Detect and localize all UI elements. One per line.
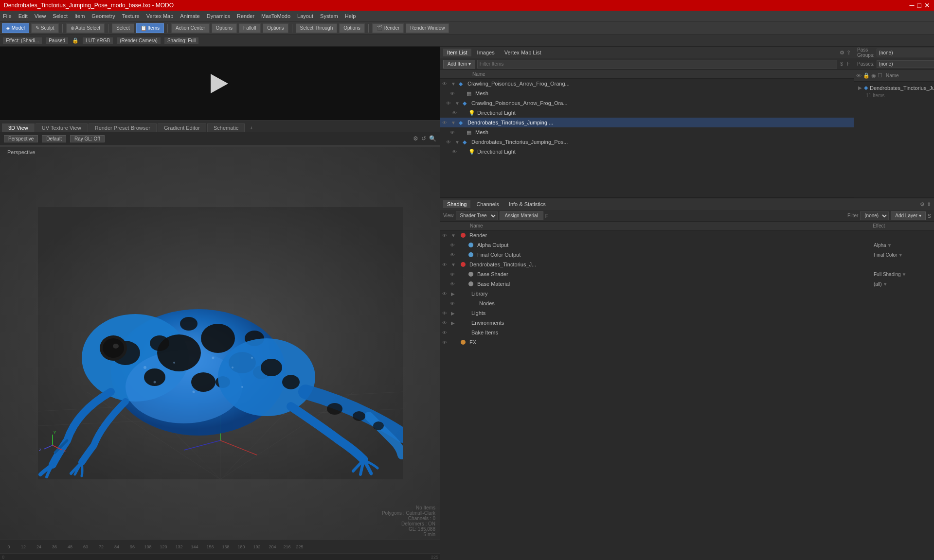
item-list-icon-2[interactable]: ⇪ <box>846 50 851 56</box>
menu-vertex-map[interactable]: Vertex Map <box>146 13 174 19</box>
sh-expand-icon[interactable]: ▼ <box>451 262 457 267</box>
menu-animate[interactable]: Animate <box>180 13 199 19</box>
menu-item[interactable]: Item <box>74 13 85 19</box>
item-row[interactable]: 👁 ▼ ◆ Dendrobates_Tinctorius_Jumping ... <box>440 118 854 127</box>
sh-item-name[interactable]: Dendrobates_Tinctorius_J... <box>469 262 872 267</box>
item-list-content[interactable]: 👁 ▼ ◆ Crawling_Poisonous_Arrow_Frog_Oran… <box>440 79 854 197</box>
item-name[interactable]: Mesh <box>475 90 852 96</box>
vis-icon[interactable]: 👁 <box>450 130 457 135</box>
groups-lock-icon[interactable]: 🔒 <box>863 72 870 79</box>
menu-help[interactable]: Help <box>345 13 356 19</box>
effect-value[interactable]: Effect: (Shadi... <box>3 37 42 44</box>
sculpt-mode-btn[interactable]: ✎ Sculpt <box>31 23 59 33</box>
filter-icon-f[interactable]: F <box>847 61 850 67</box>
sh-vis-icon[interactable]: 👁 <box>450 281 457 287</box>
vp-default-btn[interactable]: Default <box>42 135 66 142</box>
tab-images[interactable]: Images <box>473 49 499 56</box>
group-expand-icon[interactable]: ▶ <box>858 85 862 90</box>
item-row[interactable]: 👁 ▼ ◆ Crawling_Poisonous_Arrow_Frog_Ora.… <box>440 98 854 108</box>
assign-material-btn[interactable]: Assign Material <box>500 211 543 220</box>
sh-vis-icon[interactable]: 👁 <box>442 320 449 326</box>
menu-edit[interactable]: Edit <box>18 13 28 19</box>
sh-vis-icon[interactable]: 👁 <box>442 262 449 267</box>
sh-row-final-color[interactable]: 👁 Final Color Output Final Color ▼ <box>440 250 934 260</box>
sh-row-bake-items[interactable]: 👁 Bake Items <box>440 328 934 337</box>
tab-info-stats[interactable]: Info & Statistics <box>505 200 550 208</box>
sh-vis-icon[interactable]: 👁 <box>442 330 449 335</box>
sh-item-name[interactable]: FX <box>469 339 872 345</box>
lut-value[interactable]: LUT: sRGB <box>83 37 113 44</box>
model-mode-btn[interactable]: ◈ Model <box>2 23 29 33</box>
menu-geometry[interactable]: Geometry <box>91 13 115 19</box>
sh-vis-icon[interactable]: 👁 <box>450 252 457 258</box>
tab-gradient-editor[interactable]: Gradient Editor <box>158 123 206 132</box>
vis-icon[interactable]: 👁 <box>442 81 449 87</box>
tab-vertex-map-list[interactable]: Vertex Map List <box>501 49 545 56</box>
group-item[interactable]: ▶ ◆ Dendrobates_Tinctorius_Ju... <box>856 84 932 92</box>
options-btn-2[interactable]: Options <box>263 23 288 33</box>
vp-settings-icon[interactable]: ⚙ <box>413 135 418 142</box>
menu-maxtomodo[interactable]: MaxToModo <box>261 13 290 19</box>
minimize-btn[interactable]: ─ <box>910 1 915 9</box>
item-name[interactable]: Dendrobates_Tinctorius_Jumping_Pos... <box>471 139 852 145</box>
filter-items-input[interactable] <box>477 60 838 69</box>
item-list-icon-1[interactable]: ⚙ <box>840 50 844 56</box>
item-row[interactable]: 👁 💡 Directional Light <box>440 108 854 118</box>
sh-dropdown-icon[interactable]: ▼ <box>883 281 888 287</box>
sh-item-name[interactable]: Lights <box>471 310 872 316</box>
shading-icon-2[interactable]: ⇪ <box>927 201 931 208</box>
menu-dynamics[interactable]: Dynamics <box>207 13 230 19</box>
shading-icon-1[interactable]: ⚙ <box>920 201 925 208</box>
vis-icon[interactable]: 👁 <box>442 120 449 125</box>
groups-check-icon[interactable]: ☐ <box>878 72 882 79</box>
groups-tree[interactable]: ▶ ◆ Dendrobates_Tinctorius_Ju... 11 Item… <box>854 82 934 197</box>
tab-render-preset[interactable]: Render Preset Browser <box>89 123 157 132</box>
sh-row-render[interactable]: 👁 ▼ Render <box>440 230 934 240</box>
sh-item-name[interactable]: Final Color Output <box>477 252 872 258</box>
vis-icon[interactable]: 👁 <box>446 101 453 106</box>
passes-value[interactable] <box>877 60 934 68</box>
menu-render[interactable]: Render <box>237 13 254 19</box>
groups-vis-icon[interactable]: 👁 <box>856 73 862 79</box>
vp-perspective-btn[interactable]: Perspective <box>4 135 38 142</box>
groups-eye-icon[interactable]: ◉ <box>871 72 876 79</box>
sh-row-environments[interactable]: 👁 ▶ Environments <box>440 318 934 328</box>
item-name[interactable]: Directional Light <box>477 110 852 116</box>
select-btn[interactable]: Select <box>112 23 134 33</box>
shading-f-icon[interactable]: F <box>545 213 549 219</box>
view-select[interactable]: Shader Tree <box>456 211 498 220</box>
viewport-3d[interactable]: Perspective Default Ray GL: Off ⚙ ↺ 🔍 <box>0 132 440 540</box>
sh-row-lights[interactable]: 👁 ▶ Lights <box>440 308 934 318</box>
sh-vis-icon[interactable]: 👁 <box>450 243 457 248</box>
sh-dropdown-icon[interactable]: ▼ <box>887 243 892 248</box>
options-btn-1[interactable]: Options <box>212 23 237 33</box>
maximize-btn[interactable]: □ <box>917 1 921 9</box>
item-name[interactable]: Directional Light <box>477 149 852 155</box>
sh-item-name[interactable]: Render <box>469 232 872 238</box>
vis-icon[interactable]: 👁 <box>446 140 453 145</box>
menu-file[interactable]: File <box>3 13 12 19</box>
vis-icon[interactable]: 👁 <box>450 91 457 96</box>
sh-row-base-shader[interactable]: 👁 Base Shader Full Shading ▼ <box>440 269 934 279</box>
sh-item-name[interactable]: Base Material <box>477 281 872 287</box>
sh-item-name[interactable]: Library <box>471 291 872 297</box>
expand-icon[interactable]: ▼ <box>451 81 457 87</box>
state-value[interactable]: Paused <box>46 37 68 44</box>
sh-item-name[interactable]: Environments <box>471 320 872 326</box>
item-row[interactable]: 👁 ▦ Mesh <box>440 88 854 98</box>
add-item-btn[interactable]: Add Item ▾ <box>443 60 475 69</box>
sh-expand-icon[interactable]: ▶ <box>451 291 457 297</box>
shading-value[interactable]: Shading: Full <box>164 37 198 44</box>
tab-channels[interactable]: Channels <box>472 200 503 208</box>
menu-system[interactable]: System <box>320 13 338 19</box>
expand-icon[interactable]: ▼ <box>455 101 461 106</box>
sh-row-fx[interactable]: 👁 FX <box>440 337 934 347</box>
frog-viewport[interactable]: X Y Z No Items Polygons : Catmull-Clark … <box>0 147 440 540</box>
sh-dropdown-icon[interactable]: ▼ <box>902 272 907 277</box>
sh-row-alpha[interactable]: 👁 Alpha Output Alpha ▼ <box>440 240 934 250</box>
action-center-btn[interactable]: Action Center <box>171 23 210 33</box>
vp-raygl-btn[interactable]: Ray GL: Off <box>70 135 105 142</box>
sh-vis-icon[interactable]: 👁 <box>450 301 457 306</box>
menu-select[interactable]: Select <box>53 13 68 19</box>
tab-schematic[interactable]: Schematic <box>207 123 245 132</box>
